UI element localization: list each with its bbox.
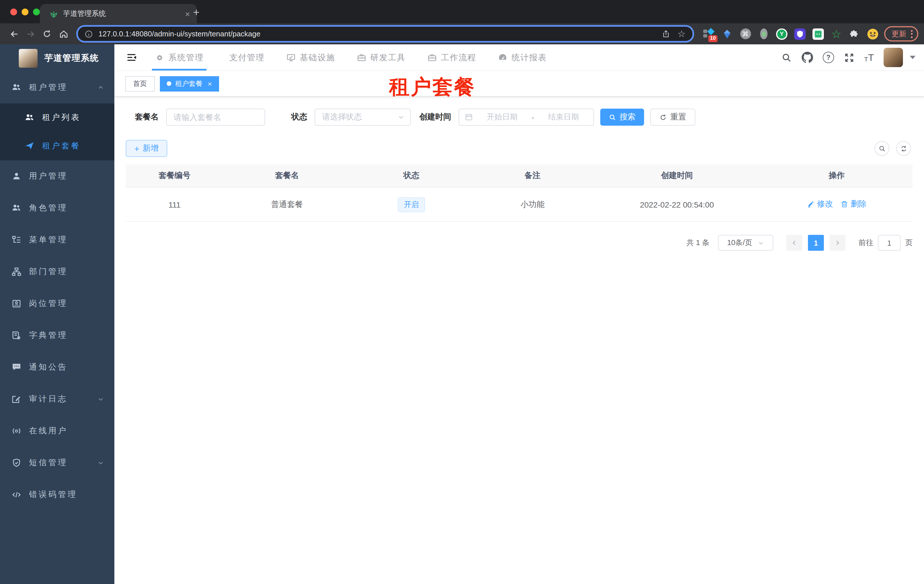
- chevron-down-icon: [97, 459, 104, 466]
- topnav-item-infra[interactable]: 基础设施: [283, 44, 338, 71]
- sidebar-item-post-management[interactable]: 岗位管理: [0, 288, 114, 319]
- browser-update-button[interactable]: 更新: [884, 26, 918, 41]
- chevron-down-icon: [758, 240, 764, 246]
- goto-label: 前往: [858, 238, 873, 248]
- sidebar-item-tenant-list[interactable]: 租户列表: [0, 104, 114, 132]
- avatar[interactable]: [884, 48, 903, 67]
- sidebar-item-tenant-management[interactable]: 租户管理: [0, 72, 114, 104]
- topnav-item-workflow[interactable]: 工作流程: [424, 44, 479, 71]
- github-icon[interactable]: [802, 52, 813, 63]
- back-icon[interactable]: [6, 26, 22, 42]
- sidebar-fold-icon[interactable]: [123, 49, 140, 66]
- forward-icon[interactable]: [22, 26, 39, 42]
- next-page-button[interactable]: [830, 235, 845, 251]
- extension-icon-8[interactable]: ☆: [831, 28, 842, 39]
- tag-label: 首页: [133, 79, 147, 89]
- tags-view: 首页 租户套餐 ×: [114, 71, 924, 97]
- fullscreen-icon[interactable]: [844, 52, 855, 63]
- site-info-icon[interactable]: [85, 30, 93, 38]
- share-icon[interactable]: [662, 30, 670, 38]
- sidebar-item-notice[interactable]: 通知公告: [0, 351, 114, 383]
- delete-link[interactable]: 删除: [840, 199, 866, 209]
- add-button[interactable]: + 新增: [126, 140, 167, 157]
- show-search-toggle-button[interactable]: [874, 141, 889, 156]
- extension-icon-10[interactable]: [867, 28, 878, 39]
- extension-icon-3[interactable]: ⌘: [740, 28, 751, 39]
- home-icon[interactable]: [55, 26, 72, 42]
- id-badge-icon: [12, 299, 21, 309]
- total-count: 共 1 条: [686, 238, 710, 248]
- sidebar-item-dept-management[interactable]: 部门管理: [0, 256, 114, 288]
- sidebar-item-role-management[interactable]: 角色管理: [0, 192, 114, 224]
- browser-tab[interactable]: 芋道管理系统 ×: [40, 4, 197, 23]
- sidebar-logo[interactable]: 芋道管理系统: [0, 44, 114, 72]
- sidebar-item-label: 租户套餐: [42, 141, 81, 151]
- sidebar-item-user-management[interactable]: 用户管理: [0, 160, 114, 192]
- sidebar-item-audit-log[interactable]: 审计日志: [0, 383, 114, 415]
- prev-page-button[interactable]: [786, 235, 802, 251]
- filter-form: 套餐名 状态 请选择状态 创建时间 开始日期 - 结束日期: [135, 109, 912, 126]
- url-bar[interactable]: 127.0.0.1:48080/admin-ui/system/tenant/p…: [76, 25, 694, 43]
- sidebar-item-tenant-package[interactable]: 租户套餐: [0, 132, 114, 160]
- extension-icon-4[interactable]: [758, 28, 769, 39]
- search-button[interactable]: 搜索: [600, 109, 644, 126]
- reload-icon[interactable]: [39, 26, 55, 42]
- current-page-button[interactable]: 1: [808, 235, 824, 251]
- browser-toolbar: 127.0.0.1:48080/admin-ui/system/tenant/p…: [0, 23, 924, 44]
- extension-icon-6[interactable]: [794, 28, 806, 39]
- date-range-picker[interactable]: 开始日期 - 结束日期: [459, 109, 594, 126]
- goto-page-input[interactable]: [878, 235, 901, 251]
- help-icon[interactable]: ?: [823, 52, 834, 63]
- new-tab-button[interactable]: +: [189, 5, 204, 20]
- sidebar-item-dict-management[interactable]: 字典管理: [0, 319, 114, 351]
- window-maximize-button[interactable]: [33, 8, 40, 15]
- window-close-button[interactable]: [10, 8, 17, 15]
- cell-remark: 小功能: [472, 188, 593, 222]
- sidebar-item-error-code[interactable]: 错误码管理: [0, 479, 114, 511]
- package-name-input[interactable]: [166, 109, 265, 126]
- chevron-right-icon: [834, 239, 841, 246]
- extension-icon-5[interactable]: Y: [776, 28, 787, 39]
- tag-tenant-package[interactable]: 租户套餐 ×: [160, 76, 219, 91]
- topnav-item-payment[interactable]: 支付管理: [223, 44, 267, 71]
- topnav-label: 系统管理: [168, 52, 204, 63]
- sidebar-item-label: 错误码管理: [29, 490, 78, 500]
- comment-icon: [12, 362, 21, 372]
- extension-icon-7[interactable]: [812, 28, 824, 39]
- reset-button[interactable]: 重置: [650, 109, 695, 126]
- window-minimize-button[interactable]: [21, 8, 28, 15]
- sidebar-submenu-tenant: 租户列表 租户套餐: [0, 104, 114, 160]
- refresh-table-button[interactable]: [896, 141, 911, 156]
- topnav-item-system[interactable]: 系统管理: [152, 44, 206, 71]
- sidebar-item-menu-management[interactable]: 菜单管理: [0, 224, 114, 256]
- extension-icon-1[interactable]: 10: [703, 28, 714, 39]
- chevron-down-icon[interactable]: [910, 56, 916, 59]
- topnav-item-report[interactable]: 统计报表: [495, 44, 549, 71]
- chevron-up-icon: [97, 84, 104, 91]
- extension-icon-9[interactable]: [849, 28, 860, 39]
- status-select[interactable]: 请选择状态: [315, 109, 411, 126]
- topnav-item-devtools[interactable]: 研发工具: [354, 44, 409, 71]
- browser-titlebar: 芋道管理系统 × +: [0, 0, 924, 23]
- sidebar-item-sms-management[interactable]: 短信管理: [0, 447, 114, 479]
- font-size-icon[interactable]: TT: [864, 53, 874, 62]
- tag-home[interactable]: 首页: [125, 76, 155, 91]
- date-label: 创建时间: [419, 112, 451, 122]
- table-header-row: 套餐编号 套餐名 状态 备注 创建时间 操作: [126, 165, 912, 188]
- sidebar-item-online-users[interactable]: 在线用户: [0, 415, 114, 447]
- col-header-created: 创建时间: [593, 165, 761, 188]
- edit-link[interactable]: 修改: [807, 199, 833, 209]
- col-header-name: 套餐名: [223, 165, 351, 188]
- browser-menu-icon[interactable]: [911, 30, 912, 38]
- tag-close-icon[interactable]: ×: [208, 80, 212, 87]
- content: 套餐名 状态 请选择状态 创建时间 开始日期 - 结束日期: [114, 97, 924, 584]
- page-size-select[interactable]: 10条/页: [718, 235, 773, 251]
- search-icon[interactable]: [781, 52, 792, 63]
- cell-id: 111: [126, 188, 223, 222]
- bookmark-star-icon[interactable]: ☆: [677, 29, 686, 38]
- extension-icon-2[interactable]: [721, 28, 733, 39]
- sidebar-item-label: 字典管理: [29, 331, 68, 341]
- briefcase-icon: [357, 53, 366, 62]
- extensions-row: 10 ⌘ Y ☆: [703, 28, 878, 39]
- page-title-annotation: 租户套餐: [389, 73, 476, 101]
